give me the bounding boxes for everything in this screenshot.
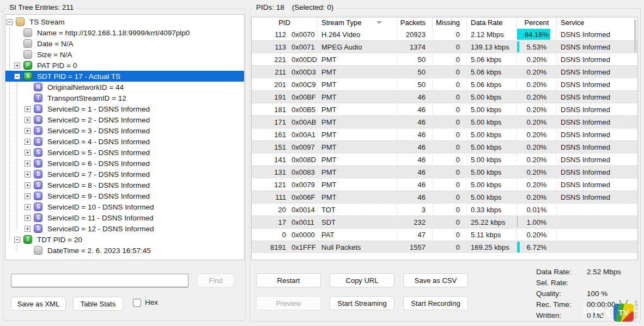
expander-icon[interactable] xyxy=(25,161,31,167)
table-row[interactable]: 171 0x00AB PMT 46 0 5.00 kbps 0.20% DSNS… xyxy=(252,115,637,128)
find-button[interactable]: Find xyxy=(197,274,234,287)
column-header-service[interactable]: Service xyxy=(557,17,637,28)
tree-item[interactable]: S ServiceID = 5 - DSNS Informed xyxy=(5,147,244,158)
column-header-stream-type[interactable]: Stream Type xyxy=(318,17,397,28)
scrollbar-thumb[interactable] xyxy=(634,19,636,53)
table-row[interactable]: 221 0x00DD PMT 50 0 5.06 kbps 0.20% DSNS… xyxy=(252,53,637,65)
table-row[interactable]: 161 0x00A1 PMT 46 0 5.00 kbps 0.20% DSNS… xyxy=(252,128,637,140)
table-row[interactable]: 112 0x0070 H.264 Video 20923 0 2.12 Mbps… xyxy=(252,28,637,40)
save-as-csv-button[interactable]: Save as CSV xyxy=(403,273,468,287)
table-row[interactable]: 181 0x00B5 PMT 46 0 5.00 kbps 0.20% DSNS… xyxy=(252,103,637,115)
percent-cell: 0.20% xyxy=(517,116,557,128)
table-row[interactable]: 201 0x00C9 PMT 50 0 5.06 kbps 0.20% DSNS… xyxy=(252,78,637,90)
table-row[interactable]: 8191 0x1FFF Null Packets 1557 0 169.25 k… xyxy=(252,241,637,253)
expander-icon[interactable] xyxy=(25,106,31,112)
table-row[interactable]: 121 0x0079 PMT 46 0 5.00 kbps 0.20% DSNS… xyxy=(252,178,637,190)
table-row[interactable]: 113 0x0071 MPEG Audio 1374 0 139.13 kbps… xyxy=(252,40,637,53)
table-row[interactable]: 20 0x0014 TOT 3 0 0.33 kbps 0.01% xyxy=(252,203,637,216)
pid-hex-cell: 0x0014 xyxy=(287,204,318,216)
percent-cell: 0.20% xyxy=(517,141,557,153)
tree-item[interactable]: N OriginalNetworkID = 44 xyxy=(5,82,244,93)
expander-icon[interactable] xyxy=(25,150,31,156)
pid-dec-cell: 191 xyxy=(252,91,287,103)
start-streaming-button[interactable]: Start Streaming xyxy=(330,296,394,310)
tree-item[interactable]: S ServiceID = 2 - DSNS Informed xyxy=(5,114,244,125)
pid-dec-cell: 161 xyxy=(252,128,287,140)
tree-item-label: TS Stream xyxy=(28,18,65,26)
expander-icon[interactable] xyxy=(25,215,31,221)
expander-icon[interactable] xyxy=(14,237,20,243)
sort-descending-icon xyxy=(376,21,382,24)
tree-item[interactable]: S SDT PID = 17 - Actual TS xyxy=(5,71,244,82)
column-header-percent[interactable]: Percent xyxy=(517,17,557,28)
find-input[interactable] xyxy=(11,274,189,287)
tree-item[interactable]: S ServiceID = 4 - DSNS Informed xyxy=(5,136,244,147)
pids-title: PIDs: 18(Selected: 0) xyxy=(253,3,336,11)
data-rate-cell: 25.22 kbps xyxy=(467,216,517,228)
table-row[interactable]: 211 0x00D3 PMT 50 0 5.06 kbps 0.20% DSNS… xyxy=(252,65,637,78)
copy-url-button[interactable]: Copy URL xyxy=(330,273,394,287)
table-row[interactable]: 17 0x0011 SDT 232 0 25.22 kbps 1.00% xyxy=(252,216,637,228)
expander-icon[interactable] xyxy=(25,128,31,134)
tree-item[interactable]: S ServiceID = 11 - DSNS Informed xyxy=(5,212,244,223)
tree-item[interactable]: Name = http://192.168.1.18:9999/krrt/409… xyxy=(5,27,244,38)
expander-icon[interactable] xyxy=(25,204,31,210)
tree-item[interactable]: T TransportStreamID = 12 xyxy=(5,93,244,103)
expander-icon[interactable] xyxy=(14,63,20,69)
expander-icon[interactable] xyxy=(25,139,31,145)
stream-type-cell: H.264 Video xyxy=(318,28,397,40)
ts-analyzer-window: SI Tree Entries: 211 TS Stream Name = ht… xyxy=(0,0,644,326)
table-row[interactable]: 0 0x0000 PAT 47 0 5.11 kbps 0.20% xyxy=(252,228,637,241)
column-header-data-rate[interactable]: Data Rate xyxy=(467,17,517,28)
table-row[interactable]: 131 0x0083 PMT 46 0 5.00 kbps 0.20% DSNS… xyxy=(252,165,637,178)
tree-item-label: SDT PID = 17 - Actual TS xyxy=(36,72,120,81)
service-cell: DSNS Informed xyxy=(557,103,637,115)
tree-item[interactable]: S ServiceID = 3 - DSNS Informed xyxy=(5,125,244,136)
tree-item[interactable]: S ServiceID = 10 - DSNS Informed xyxy=(5,201,244,212)
table-row[interactable]: 191 0x00BF PMT 46 0 5.00 kbps 0.20% DSNS… xyxy=(252,90,637,103)
data-rate-cell: 5.00 kbps xyxy=(467,116,517,128)
table-row[interactable]: 111 0x006F PMT 46 0 5.00 kbps 0.20% DSNS… xyxy=(252,190,637,203)
expander-icon[interactable] xyxy=(25,171,31,177)
column-header-missing[interactable]: Missing xyxy=(433,17,467,28)
tree-item[interactable]: S ServiceID = 8 - DSNS Informed xyxy=(5,180,244,190)
expander-icon[interactable] xyxy=(25,182,31,188)
expander-icon[interactable] xyxy=(25,193,31,199)
tree-item[interactable]: T TDT PID = 20 xyxy=(5,234,244,245)
packets-cell: 20923 xyxy=(397,28,433,40)
tree-item[interactable]: S ServiceID = 12 - DSNS Informed xyxy=(5,223,244,234)
hex-checkbox[interactable] xyxy=(133,299,141,307)
missing-cell: 0 xyxy=(433,128,467,140)
tree-item[interactable]: Date = N/A xyxy=(5,38,244,49)
column-header-pid[interactable]: PID xyxy=(252,17,318,28)
tree-item[interactable]: S ServiceID = 9 - DSNS Informed xyxy=(5,190,244,201)
tree-item[interactable]: P PAT PID = 0 xyxy=(5,60,244,71)
restart-button[interactable]: Restart xyxy=(256,273,321,287)
stream-type-cell: PMT xyxy=(318,91,397,103)
service-cell: DSNS Informed xyxy=(557,53,637,65)
expander-icon[interactable] xyxy=(14,73,20,79)
expander-icon[interactable] xyxy=(7,19,13,25)
tree-item[interactable]: S ServiceID = 7 - DSNS Informed xyxy=(5,169,244,180)
expander-icon[interactable] xyxy=(25,117,31,123)
expander-icon[interactable] xyxy=(25,226,31,232)
service-cell xyxy=(557,229,637,241)
start-recording-button[interactable]: Start Recording xyxy=(403,296,468,310)
table-stats-button[interactable]: Table Stats xyxy=(73,297,123,311)
tree-item[interactable]: TS Stream xyxy=(5,16,244,27)
tree-item[interactable]: S ServiceID = 1 - DSNS Informed xyxy=(5,103,244,114)
pid-hex-cell: 0x0070 xyxy=(287,28,318,40)
tree-item[interactable]: Size = N/A xyxy=(5,49,244,60)
save-as-xml-button[interactable]: Save as XML xyxy=(11,297,66,311)
tree-item-icon: S xyxy=(34,104,42,113)
preview-button[interactable]: Preview xyxy=(256,296,321,310)
tree-item[interactable]: S ServiceID = 6 - DSNS Informed xyxy=(5,158,244,169)
pid-table-header: PID Stream Type Packets Missing Data Rat… xyxy=(252,17,637,28)
column-header-packets[interactable]: Packets xyxy=(397,17,433,28)
table-row[interactable]: 141 0x008D PMT 46 0 5.00 kbps 0.20% DSNS… xyxy=(252,153,637,165)
missing-cell: 0 xyxy=(433,241,467,253)
data-rate-cell: 5.11 kbps xyxy=(467,229,517,241)
table-row[interactable]: 151 0x0097 PMT 46 0 5.00 kbps 0.20% DSNS… xyxy=(252,140,637,153)
tree-item[interactable]: DateTime = 2. 6. 2023 16:57:45 xyxy=(5,245,244,256)
si-tree-panel: SI Tree Entries: 211 TS Stream Name = ht… xyxy=(3,8,246,321)
